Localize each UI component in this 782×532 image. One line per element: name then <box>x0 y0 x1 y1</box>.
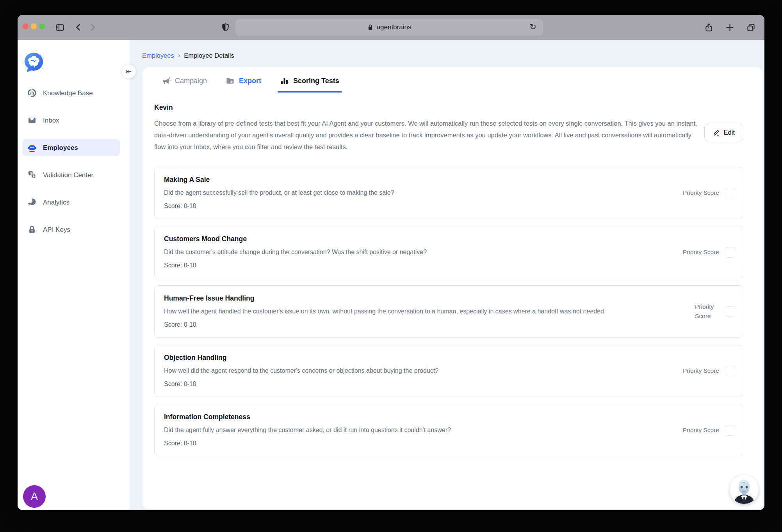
test-description: Did the customer's attitude change durin… <box>164 247 427 257</box>
scoring-tests-list: Making A Sale Did the agent successfully… <box>154 167 743 456</box>
forward-button[interactable] <box>86 21 99 34</box>
close-window-button[interactable] <box>23 23 29 29</box>
address-bar[interactable]: agentbrains ↻ <box>235 19 543 36</box>
user-avatar[interactable]: A <box>23 485 46 508</box>
priority-score-checkbox[interactable] <box>725 247 735 258</box>
card-content: Making A Sale Did the agent successfully… <box>164 175 394 210</box>
assistant-robot-avatar[interactable] <box>730 475 759 504</box>
breadcrumb-current: Employee Details <box>184 52 234 59</box>
robot-icon <box>27 143 37 152</box>
sidebar-item-label: Inbox <box>43 116 59 125</box>
zoom-window-button[interactable] <box>39 23 45 29</box>
priority-score-control: Priority Score <box>683 425 735 436</box>
breadcrumb-employees-link[interactable]: Employees <box>142 52 174 59</box>
sidebar-item-label: Knowledge Base <box>43 89 93 97</box>
minimize-window-button[interactable] <box>31 23 37 29</box>
tab-label: Campaign <box>175 77 207 85</box>
card-content: Human-Free Issue Handling How well the a… <box>164 294 606 329</box>
test-title: Customers Mood Change <box>164 235 427 243</box>
edit-button-label: Edit <box>724 129 735 136</box>
priority-score-label: Priority Score <box>683 247 719 257</box>
new-tab-button[interactable] <box>723 21 736 34</box>
sidebar-item-label: API Keys <box>43 226 70 234</box>
app-area: Knowledge Base Inbox <box>18 40 764 510</box>
tab-label: Export <box>239 77 261 85</box>
test-card-objection-handling: Objection Handling How well did the agen… <box>154 345 743 397</box>
user-avatar-initial: A <box>31 491 38 503</box>
edit-button[interactable]: Edit <box>704 124 743 141</box>
employee-details-panel: Campaign Export <box>143 67 763 509</box>
back-chevron-icon <box>74 23 83 32</box>
padlock-icon <box>27 225 37 234</box>
reload-button[interactable]: ↻ <box>527 21 539 33</box>
test-title: Information Completeness <box>164 413 451 421</box>
test-title: Human-Free Issue Handling <box>164 294 606 302</box>
collapse-sidebar-button[interactable]: ⇤ <box>122 64 136 78</box>
priority-score-label: Priority Score <box>683 425 719 435</box>
card-content: Information Completeness Did the agent f… <box>164 413 451 448</box>
priority-score-label: Priority Score <box>695 302 719 321</box>
sidebar: Knowledge Base Inbox <box>18 40 130 510</box>
main-content: Employees › Employee Details Campaign <box>130 40 764 510</box>
share-button[interactable] <box>702 21 715 34</box>
test-title: Objection Handling <box>164 353 438 362</box>
test-description: Did the agent fully answer everything th… <box>164 425 451 435</box>
priority-score-checkbox[interactable] <box>725 306 735 317</box>
pie-chart-icon <box>27 197 37 207</box>
sidebar-item-api-keys[interactable]: API Keys <box>23 221 120 238</box>
browser-sidebar-toggle-button[interactable] <box>53 21 66 34</box>
back-button[interactable] <box>72 21 85 34</box>
sidebar-item-analytics[interactable]: Analytics <box>23 194 120 211</box>
priority-score-checkbox[interactable] <box>725 425 735 436</box>
sidebar-item-employees[interactable]: Employees <box>23 139 120 156</box>
svg-text:A: A <box>33 175 35 178</box>
tab-campaign[interactable]: Campaign <box>159 77 209 93</box>
agentbrains-logo <box>23 52 45 73</box>
test-score-range: Score: 0-10 <box>164 320 606 329</box>
test-description: How well did the agent respond to the cu… <box>164 366 438 376</box>
qa-bubbles-icon: Q A <box>27 170 37 180</box>
inbox-icon <box>27 116 37 125</box>
folder-export-icon <box>226 77 235 85</box>
sidebar-item-label: Validation Center <box>43 171 93 179</box>
priority-score-checkbox[interactable] <box>725 366 735 376</box>
priority-score-control: Priority Score <box>683 366 735 376</box>
card-content: Customers Mood Change Did the customer's… <box>164 235 427 270</box>
browser-toolbar: agentbrains ↻ <box>18 15 764 40</box>
tab-scoring-tests[interactable]: Scoring Tests <box>278 77 342 93</box>
reload-icon: ↻ <box>529 22 536 31</box>
card-content: Objection Handling How well did the agen… <box>164 353 438 388</box>
sidebar-item-validation-center[interactable]: Q A Validation Center <box>23 166 120 183</box>
priority-score-control: Priority Score <box>695 302 735 321</box>
breadcrumb: Employees › Employee Details <box>140 48 763 65</box>
sidebar-nav: Knowledge Base Inbox <box>23 84 120 238</box>
tab-overview-button[interactable] <box>745 21 757 34</box>
collapse-sidebar-icon: ⇤ <box>126 68 132 76</box>
priority-score-control: Priority Score <box>683 188 735 198</box>
agent-name: Kevin <box>154 103 743 112</box>
sidebar-item-inbox[interactable]: Inbox <box>23 112 120 129</box>
share-icon <box>704 23 714 32</box>
sidebar-toggle-icon <box>55 23 65 32</box>
test-score-range: Score: 0-10 <box>164 439 451 448</box>
test-description: Did the agent successfully sell the prod… <box>164 188 394 198</box>
sidebar-item-knowledge-base[interactable]: Knowledge Base <box>23 84 120 101</box>
lock-icon <box>367 24 373 30</box>
shield-icon <box>221 23 230 32</box>
sidebar-item-label: Employees <box>43 144 78 152</box>
browser-window: agentbrains ↻ <box>18 15 764 510</box>
scoring-tests-intro: Choose from a library of pre-defined tes… <box>154 117 699 153</box>
priority-score-label: Priority Score <box>683 188 719 197</box>
breadcrumb-chevron-icon: › <box>178 52 180 59</box>
priority-score-label: Priority Score <box>683 366 719 375</box>
robot-avatar-image <box>730 475 759 504</box>
sidebar-item-label: Analytics <box>43 198 69 206</box>
forward-chevron-icon <box>88 23 97 32</box>
privacy-shield-button[interactable] <box>219 21 232 34</box>
tabs-overview-icon <box>746 23 756 32</box>
tab-export[interactable]: Export <box>223 77 264 93</box>
priority-score-checkbox[interactable] <box>725 188 735 198</box>
megaphone-icon <box>162 77 171 85</box>
test-score-range: Score: 0-10 <box>164 261 427 270</box>
test-card-human-free-issue-handling: Human-Free Issue Handling How well the a… <box>154 285 743 338</box>
